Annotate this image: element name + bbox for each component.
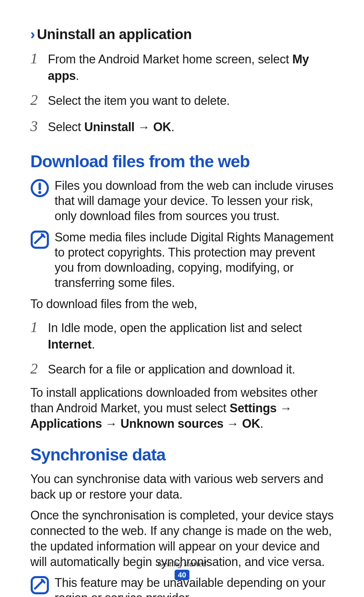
page-number: 40 <box>175 570 189 580</box>
sub-heading-uninstall: ›Uninstall an application <box>30 26 334 42</box>
step-number: 3 <box>30 116 48 136</box>
step-3: 3 Select Uninstall → OK. <box>30 116 334 136</box>
section-heading-sync: Synchronise data <box>30 445 334 465</box>
step-number: 2 <box>30 90 48 110</box>
step-text: Search for a file or application and dow… <box>48 361 334 378</box>
chapter-name: Getting started <box>0 559 364 568</box>
svg-point-2 <box>38 191 41 194</box>
warning-text: Files you download from the web can incl… <box>55 178 334 223</box>
step-2: 2 Select the item you want to delete. <box>30 90 334 110</box>
step-1: 1 In Idle mode, open the application lis… <box>30 317 334 353</box>
sub-heading-text: Uninstall an application <box>37 26 192 42</box>
note-icon <box>30 230 55 249</box>
step-text: Select Uninstall → OK. <box>48 119 334 136</box>
note-text: Some media files include Digital Rights … <box>55 230 334 290</box>
sync-paragraph-1: You can synchronise data with various we… <box>30 471 334 502</box>
svg-rect-1 <box>39 183 41 190</box>
warning-icon <box>30 178 55 198</box>
step-number: 1 <box>30 317 48 337</box>
note-callout: Some media files include Digital Rights … <box>30 230 334 290</box>
step-text: In Idle mode, open the application list … <box>48 320 334 353</box>
step-number: 2 <box>30 359 48 379</box>
install-note: To install applications downloaded from … <box>30 385 334 431</box>
section-heading-download: Download files from the web <box>30 152 334 171</box>
caret-icon: › <box>30 26 35 42</box>
page-footer: Getting started 40 <box>0 559 364 580</box>
step-text: Select the item you want to delete. <box>48 93 334 109</box>
warning-callout: Files you download from the web can incl… <box>30 178 334 223</box>
step-2: 2 Search for a file or application and d… <box>30 359 334 379</box>
download-intro: To download files from the web, <box>30 296 334 312</box>
step-text: From the Android Market home screen, sel… <box>48 51 334 84</box>
step-1: 1 From the Android Market home screen, s… <box>30 49 334 84</box>
manual-page: ›Uninstall an application 1 From the And… <box>0 0 364 597</box>
step-number: 1 <box>30 49 48 68</box>
